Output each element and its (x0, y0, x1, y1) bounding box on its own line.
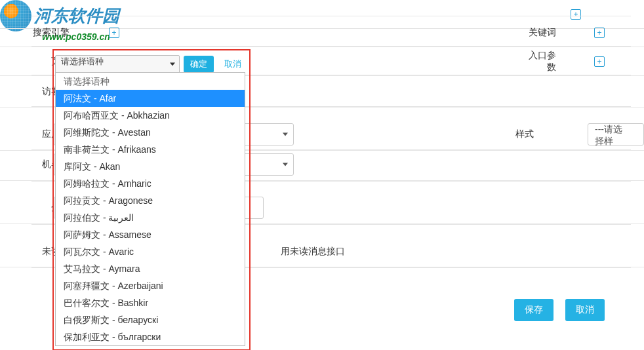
dropdown-item[interactable]: 白俄罗斯文 - беларускі (56, 311, 245, 328)
dropdown-item[interactable]: 阿塞拜疆文 - Azerbaijani (56, 277, 245, 294)
chevron-down-icon (170, 63, 175, 66)
label-keyword: 关键词 (523, 27, 563, 39)
dropdown-item[interactable]: 比哈尔文 - Bihari (56, 345, 245, 346)
label-search-engine: 搜索引擎 (31, 27, 79, 39)
language-select[interactable]: 请选择语种 (55, 55, 180, 73)
style-select[interactable]: ---请选择样 (588, 123, 644, 146)
dropdown-item[interactable]: 艾马拉文 - Aymara (56, 260, 245, 277)
dropdown-item[interactable]: 阿法文 - Afar (56, 90, 245, 107)
confirm-button[interactable]: 确定 (184, 56, 214, 73)
add-search-engine-icon[interactable]: + (109, 28, 119, 38)
dropdown-item[interactable]: 库阿文 - Akan (56, 158, 245, 175)
dropdown-item[interactable]: 阿维斯陀文 - Avestan (56, 124, 245, 141)
label-style: 样式 (508, 128, 540, 140)
dropdown-item[interactable]: 巴什客尔文 - Bashkir (56, 294, 245, 311)
dropdown-item[interactable]: 南非荷兰文 - Afrikaans (56, 141, 245, 158)
dropdown-item[interactable]: 阿拉贡文 - Aragonese (56, 192, 245, 209)
add-keyword-icon[interactable]: + (594, 28, 605, 38)
unread-msg-text: 用未读消息接口 (281, 246, 345, 258)
dropdown-item[interactable]: 阿姆哈拉文 - Amharic (56, 175, 245, 192)
add-entry-params-icon[interactable]: + (594, 56, 605, 67)
dropdown-item[interactable]: 阿拉伯文 - العربية (56, 209, 245, 226)
dropdown-item[interactable]: 阿瓦尔文 - Avaric (56, 243, 245, 260)
chevron-down-icon (283, 132, 288, 136)
cancel-button[interactable]: 取消 (565, 299, 605, 321)
dropdown-item[interactable]: 阿萨姆文 - Assamese (56, 226, 245, 243)
row-search-engine: 搜索引擎 + 关键词 + (0, 18, 644, 47)
dropdown-item[interactable]: 阿布哈西亚文 - Abkhazian (56, 107, 245, 124)
dropdown-item[interactable]: 保加利亚文 - български (56, 328, 245, 345)
popup-cancel-button[interactable]: 取消 (218, 56, 248, 73)
style-select-placeholder: ---请选择样 (595, 124, 622, 146)
chevron-down-icon (283, 163, 288, 166)
label-entry-params: 入口参数 (523, 50, 563, 73)
save-button[interactable]: 保存 (514, 299, 553, 321)
language-dropdown[interactable]: 请选择语种阿法文 - Afar阿布哈西亚文 - Abkhazian阿维斯陀文 -… (55, 72, 245, 346)
dropdown-placeholder[interactable]: 请选择语种 (56, 73, 245, 90)
language-select-text: 请选择语种 (61, 56, 104, 66)
